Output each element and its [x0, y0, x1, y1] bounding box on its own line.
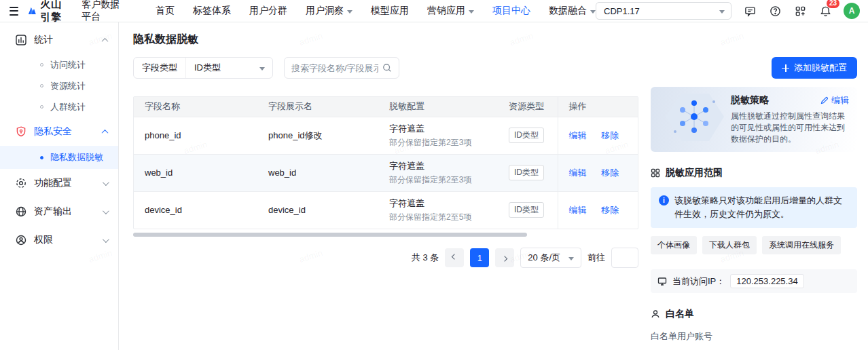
nav-item-models[interactable]: 模型应用	[371, 5, 409, 17]
policy-title: 脱敏策略	[731, 94, 769, 106]
nav-item-marketing[interactable]: 营销应用	[427, 5, 474, 17]
brand-name: 火山引擎	[40, 0, 72, 24]
nav-item-data-fusion[interactable]: 数据融合	[549, 5, 596, 17]
project-version-select[interactable]: CDP1.17	[596, 2, 731, 20]
sidebar-item-permissions[interactable]: 权限	[0, 226, 118, 254]
globe-export-icon	[15, 206, 27, 218]
chevron-down-icon	[103, 208, 109, 214]
chevron-down-icon	[568, 257, 574, 260]
nav-item-project-center[interactable]: 项目中心	[492, 5, 530, 17]
policy-panel: 脱敏策略 编辑 属性脱敏通过控制属性查询结果的可见性或属性的可用性来达到数据保护…	[651, 87, 857, 350]
scope-tag-profile[interactable]: 个体画像	[651, 236, 697, 254]
top-navigation: 首页 标签体系 用户分群 用户洞察 模型应用 营销应用 项目中心 数据融合	[156, 5, 596, 17]
resource-type-tag: ID类型	[509, 202, 544, 218]
avatar[interactable]: A	[844, 3, 860, 19]
field-name: device_id	[145, 205, 182, 215]
remove-link[interactable]: 移除	[601, 205, 619, 215]
edit-policy-button[interactable]: 编辑	[820, 94, 849, 106]
horizontal-scrollbar	[133, 233, 638, 237]
bullet-icon	[40, 156, 43, 159]
field-display-name: phone_id修改	[268, 130, 323, 140]
scope-title: 脱敏应用范围	[666, 167, 723, 179]
console-apps-icon[interactable]	[793, 4, 807, 18]
scope-tag-download[interactable]: 下载人群包	[702, 236, 757, 254]
next-page-button[interactable]	[495, 248, 514, 267]
edit-link[interactable]: 编辑	[569, 205, 587, 215]
resource-type-tag: ID类型	[509, 128, 544, 143]
resource-type-tag: ID类型	[509, 165, 544, 180]
content-row: 字段名称 字段展示名 脱敏配置 资源类型 操作 phone_id	[133, 87, 857, 350]
privacy-shield-icon	[15, 125, 27, 138]
nav-item-insights[interactable]: 用户洞察	[306, 5, 352, 17]
add-masking-config-button[interactable]: 添加脱敏配置	[772, 57, 857, 79]
chevron-down-icon	[719, 10, 725, 14]
sidebar-item-visit-stats[interactable]: 访问统计	[0, 54, 118, 75]
field-type-select[interactable]: 字段类型 ID类型	[133, 57, 273, 79]
chevron-right-icon	[502, 256, 507, 261]
sidebar-item-privacy-data-masking[interactable]: 隐私数据脱敏	[0, 146, 118, 169]
whitelist-title: 白名单	[666, 308, 694, 320]
column-header-resource-type: 资源类型	[498, 97, 558, 117]
masking-policy-card: 脱敏策略 编辑 属性脱敏通过控制属性查询结果的可见性或属性的可用性来达到数据保护…	[651, 87, 857, 152]
remove-link[interactable]: 移除	[601, 168, 619, 178]
goto-label: 前往	[587, 252, 605, 264]
product-name: 客户数据平台	[82, 0, 124, 23]
notifications-bell-icon[interactable]: 23	[818, 4, 832, 18]
field-type-label: 字段类型	[134, 58, 185, 78]
hamburger-menu-icon[interactable]	[10, 7, 18, 16]
page-size-value: 20 条/页	[528, 252, 560, 264]
ip-value: 120.253.225.34	[730, 274, 803, 288]
sidebar-item-resource-stats[interactable]: 资源统计	[0, 75, 118, 96]
feedback-icon[interactable]	[743, 4, 757, 18]
sidebar-item-label: 统计	[34, 34, 53, 46]
table-row: web_id web_id 字符遮盖 部分保留指定第2至3项 ID类型 编辑	[134, 154, 638, 191]
alert-text: 该脱敏策略只对该功能启用后增量的人群文件生效，历史文件仍为原文。	[674, 194, 849, 221]
sidebar-item-label: 权限	[34, 234, 53, 246]
search-input[interactable]	[291, 63, 378, 73]
sidebar-item-label: 隐私安全	[34, 125, 72, 138]
chevron-down-icon	[103, 236, 109, 243]
page-title: 隐私数据脱敏	[133, 33, 857, 47]
help-icon[interactable]	[768, 4, 782, 18]
remove-link[interactable]: 移除	[601, 130, 619, 140]
sidebar-item-audience-stats[interactable]: 人群统计	[0, 96, 118, 117]
plus-icon	[782, 64, 789, 72]
monitor-ip-icon	[657, 277, 667, 286]
chevron-up-icon	[102, 37, 109, 44]
table-row: phone_id phone_id修改 字符遮盖 部分保留指定第2至3项 ID类…	[134, 117, 638, 154]
volcengine-logo[interactable]: 火山引擎	[27, 0, 73, 24]
prev-page-button[interactable]	[445, 248, 464, 267]
sidebar-item-statistics[interactable]: 统计	[0, 26, 118, 54]
sidebar-item-asset-output[interactable]: 资产输出	[0, 197, 118, 226]
pencil-icon	[820, 96, 829, 104]
sidebar-item-label: 访问统计	[50, 59, 86, 71]
nav-item-tags[interactable]: 标签体系	[193, 5, 231, 17]
app-window: 火山引擎 客户数据平台 首页 标签体系 用户分群 用户洞察 模型应用 营销应用 …	[0, 0, 868, 350]
column-header-display-name: 字段展示名	[257, 97, 378, 117]
chevron-left-icon	[452, 254, 457, 259]
sidebar-item-privacy-security[interactable]: 隐私安全	[0, 117, 118, 146]
nav-item-segments[interactable]: 用户分群	[249, 5, 287, 17]
search-box	[284, 57, 399, 79]
sidebar-item-label: 人群统计	[50, 101, 86, 113]
bullet-icon	[40, 84, 43, 88]
scope-grid-icon	[651, 168, 660, 178]
edit-link[interactable]: 编辑	[569, 130, 587, 140]
sidebar-item-feature-config[interactable]: 功能配置	[0, 169, 118, 197]
pagination: 共 3 条 1 20 条/页 前往	[133, 248, 638, 268]
page-size-select[interactable]: 20 条/页	[520, 248, 581, 268]
edit-link[interactable]: 编辑	[569, 168, 587, 178]
add-button-label: 添加脱敏配置	[794, 62, 847, 74]
column-header-field-name: 字段名称	[134, 97, 257, 117]
table-header-row: 字段名称 字段展示名 脱敏配置 资源类型 操作	[134, 97, 638, 117]
scope-tag-online-service[interactable]: 系统调用在线服务	[762, 236, 841, 254]
column-header-actions: 操作	[558, 97, 638, 117]
search-icon	[382, 63, 392, 73]
masking-table-section: 字段名称 字段展示名 脱敏配置 资源类型 操作 phone_id	[133, 87, 638, 268]
scrollbar-thumb[interactable]	[133, 233, 527, 237]
goto-page-input[interactable]	[611, 248, 638, 268]
table-row: device_id device_id 字符遮盖 部分保留指定第2至5项 ID类…	[134, 191, 638, 229]
notification-badge: 23	[827, 0, 839, 8]
nav-item-home[interactable]: 首页	[156, 5, 175, 17]
current-page-button[interactable]: 1	[470, 248, 489, 267]
